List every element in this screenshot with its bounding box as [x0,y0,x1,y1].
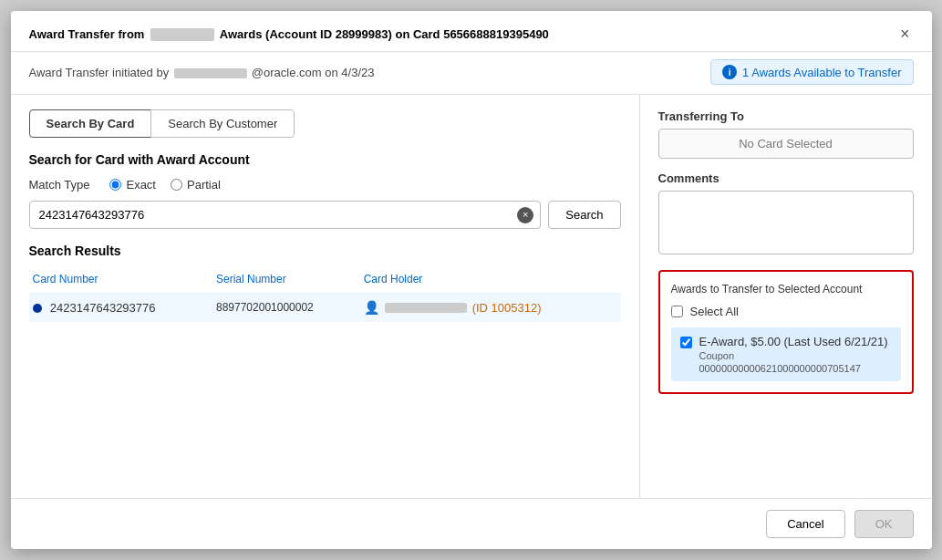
subtitle-suffix: @oracle.com on 4/3/23 [252,66,375,79]
transferring-to-section: Transferring To No Card Selected [658,109,914,159]
col-card-holder: Card Holder [360,269,621,293]
match-type-row: Match Type Exact Partial [29,178,621,192]
dialog-subheader: Award Transfer initiated by @oracle.com … [11,52,932,95]
award-title: E-Award, $5.00 (Last Used 6/21/21) [699,335,888,348]
dialog-title: Award Transfer from Awards (Account ID 2… [29,26,549,41]
search-section-title: Search for Card with Award Account [29,152,621,167]
table-row[interactable]: 2423147643293776 8897702001000002 👤 (ID … [29,293,621,322]
ok-button[interactable]: OK [854,510,914,538]
match-type-label: Match Type [29,178,90,192]
redacted-brand [150,28,214,41]
dialog-header: Award Transfer from Awards (Account ID 2… [11,11,932,52]
dialog-footer: Cancel OK [11,498,932,549]
partial-radio-label[interactable]: Partial [171,178,221,192]
title-prefix: Award Transfer from [29,27,145,41]
info-icon: i [722,65,737,79]
dialog-subtitle: Award Transfer initiated by @oracle.com … [29,66,375,79]
close-button[interactable]: × [896,26,914,42]
awards-transfer-box: Awards to Transfer to Selected Account S… [658,270,914,394]
award-sub2: 00000000000621000000000705147 [699,363,888,374]
no-card-selected: No Card Selected [658,129,914,159]
partial-label: Partial [187,178,221,192]
col-card-number: Card Number [29,269,212,293]
comments-section: Comments [658,171,914,257]
person-icon: 👤 [364,300,379,315]
select-all-checkbox[interactable] [671,306,683,317]
awards-transfer-title: Awards to Transfer to Selected Account [671,283,901,296]
serial-number-cell: 8897702001000002 [212,293,360,322]
card-number-cell: 2423147643293776 [29,293,212,322]
subtitle-prefix: Award Transfer initiated by [29,66,170,79]
clear-input-button[interactable]: × [517,207,533,223]
card-dot-icon [33,304,42,313]
tab-search-by-card[interactable]: Search By Card [29,109,152,138]
redacted-email [174,68,247,78]
card-holder-id: (ID 1005312) [472,301,542,315]
card-holder-redacted [385,303,467,313]
dialog-body: Search By Card Search By Customer Search… [11,95,932,498]
search-input[interactable] [29,201,542,229]
select-all-row: Select All [671,305,901,318]
left-panel: Search By Card Search By Customer Search… [11,95,640,498]
partial-radio[interactable] [171,179,182,191]
award-transfer-dialog: Award Transfer from Awards (Account ID 2… [11,11,932,549]
award-item: E-Award, $5.00 (Last Used 6/21/21) Coupo… [671,327,901,381]
comments-label: Comments [658,171,914,185]
comments-textarea[interactable] [658,191,914,254]
search-row: × Search [29,201,621,229]
award-item-text: E-Award, $5.00 (Last Used 6/21/21) Coupo… [699,335,888,374]
col-serial-number: Serial Number [212,269,360,293]
search-button[interactable]: Search [548,201,620,229]
tab-search-by-customer[interactable]: Search By Customer [150,109,295,138]
tab-row: Search By Card Search By Customer [29,109,621,138]
exact-radio[interactable] [109,179,121,191]
select-all-label[interactable]: Select All [690,305,739,318]
transferring-to-label: Transferring To [658,109,914,123]
awards-available-badge: i 1 Awards Available to Transfer [710,59,913,85]
search-results-title: Search Results [29,244,621,258]
right-panel: Transferring To No Card Selected Comment… [640,95,932,498]
award-checkbox[interactable] [680,337,692,348]
title-middle: Awards (Account ID 28999983) on Card 565… [220,27,549,41]
card-holder-cell: 👤 (ID 1005312) [360,293,621,322]
search-input-wrap: × [29,201,542,229]
cancel-button[interactable]: Cancel [766,510,844,538]
award-sub1: Coupon [699,350,888,361]
exact-radio-label[interactable]: Exact [109,178,156,192]
results-table: Card Number Serial Number Card Holder 24… [29,269,621,322]
exact-label: Exact [126,178,156,192]
awards-badge-text: 1 Awards Available to Transfer [742,66,901,79]
card-number-value: 2423147643293776 [50,301,156,315]
